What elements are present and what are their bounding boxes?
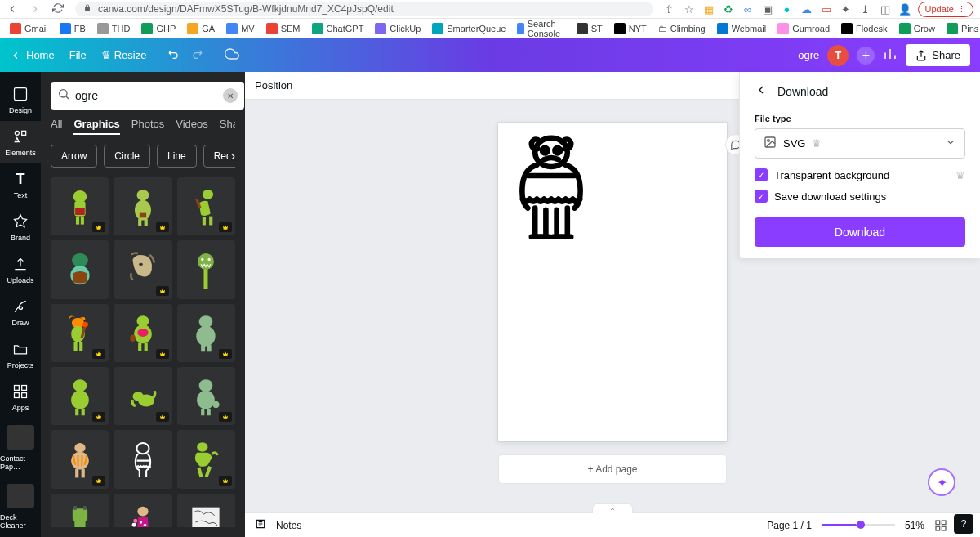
- ext7-icon[interactable]: ▭: [820, 2, 833, 16]
- add-collaborator-button[interactable]: +: [857, 47, 875, 65]
- download-icon[interactable]: ⤓: [859, 2, 872, 16]
- result-item[interactable]: [177, 304, 235, 362]
- bookmark-item[interactable]: SmarterQueue: [432, 23, 506, 34]
- bookmark-item[interactable]: MV: [226, 23, 255, 34]
- bookmark-item[interactable]: Search Console: [517, 19, 564, 38]
- home-button[interactable]: Home: [10, 49, 55, 61]
- bookmark-item[interactable]: ClickUp: [375, 23, 421, 34]
- tab-shapes[interactable]: Shapes: [220, 118, 235, 135]
- result-item[interactable]: [177, 240, 235, 298]
- result-item[interactable]: [177, 367, 235, 425]
- update-button[interactable]: Update⋮: [918, 2, 973, 17]
- analytics-icon[interactable]: [883, 47, 898, 64]
- result-item[interactable]: [51, 304, 109, 362]
- extensions-icon[interactable]: ✦: [840, 2, 853, 16]
- rail-uploads[interactable]: Uploads: [0, 248, 41, 291]
- ext3-icon[interactable]: ∞: [742, 2, 755, 16]
- result-item[interactable]: [51, 177, 109, 235]
- back-icon[interactable]: [7, 2, 20, 16]
- result-item[interactable]: [177, 177, 235, 235]
- bookmark-item[interactable]: ST: [577, 23, 603, 34]
- save-settings-checkbox[interactable]: ✓ Save download settings: [755, 190, 965, 203]
- ext5-icon[interactable]: ●: [781, 2, 794, 16]
- tab-photos[interactable]: Photos: [131, 118, 164, 135]
- bookmark-item[interactable]: Flodesk: [841, 23, 888, 34]
- bookmark-item[interactable]: THD: [97, 23, 131, 34]
- result-item[interactable]: [114, 177, 172, 235]
- url-bar[interactable]: canva.com/design/DAFmwX5STug/B-WfkjdnuMn…: [75, 2, 653, 16]
- search-box[interactable]: ✕: [51, 82, 244, 110]
- rail-elements[interactable]: Elements: [0, 121, 41, 163]
- result-item[interactable]: [51, 430, 109, 488]
- canvas-page[interactable]: [498, 123, 727, 441]
- result-item[interactable]: [114, 304, 172, 362]
- file-menu[interactable]: File: [69, 49, 87, 61]
- bookmark-item[interactable]: Gumroad: [777, 23, 830, 34]
- result-item[interactable]: [114, 367, 172, 425]
- canvas-element-ogre[interactable]: [506, 131, 596, 248]
- bookmark-item[interactable]: NYT: [614, 23, 647, 34]
- forward-icon[interactable]: [29, 2, 42, 16]
- help-button[interactable]: ?: [954, 514, 973, 534]
- profile-icon[interactable]: 👤: [898, 2, 911, 16]
- collapse-tab[interactable]: [592, 503, 633, 513]
- avatar[interactable]: T: [827, 45, 849, 66]
- download-button[interactable]: Download: [755, 217, 965, 247]
- magic-button[interactable]: ✦: [928, 468, 956, 496]
- transparent-bg-checkbox[interactable]: ✓ Transparent background ♛: [755, 168, 965, 181]
- result-item[interactable]: [51, 494, 109, 527]
- rail-projects[interactable]: Projects: [0, 333, 41, 376]
- position-button[interactable]: Position: [255, 79, 292, 92]
- add-page-button[interactable]: + Add page: [498, 454, 727, 484]
- result-item[interactable]: [114, 494, 172, 527]
- bookmark-item[interactable]: ChatGPT: [312, 23, 364, 34]
- chip-line[interactable]: Line: [157, 145, 197, 168]
- grid-view-icon[interactable]: [934, 519, 947, 532]
- notes-button[interactable]: Notes: [276, 520, 301, 531]
- resize-button[interactable]: ♛Resize: [101, 49, 147, 61]
- ext4-icon[interactable]: ▣: [761, 2, 774, 16]
- bookmark-item[interactable]: Pins: [947, 23, 978, 34]
- rail-apps[interactable]: Apps: [0, 376, 41, 418]
- bookmark-item[interactable]: GA: [187, 23, 215, 34]
- bookmark-item[interactable]: Gmail: [10, 23, 48, 34]
- result-item[interactable]: [177, 430, 235, 488]
- share-icon[interactable]: ⇧: [663, 2, 676, 16]
- ext6-icon[interactable]: ☁: [800, 2, 813, 16]
- rail-design[interactable]: Design: [0, 78, 41, 121]
- chip-circle[interactable]: Circle: [104, 145, 150, 168]
- star-icon[interactable]: ☆: [683, 2, 696, 16]
- rail-recent-1[interactable]: Contact Pap…: [0, 418, 41, 477]
- undo-icon[interactable]: [167, 47, 180, 63]
- tab-all[interactable]: All: [51, 118, 62, 135]
- rail-text[interactable]: TText: [0, 163, 41, 206]
- document-title[interactable]: ogre: [798, 49, 819, 61]
- bookmark-item[interactable]: Grow: [899, 23, 935, 34]
- file-type-select[interactable]: SVG ♛: [755, 128, 965, 159]
- bookmark-item[interactable]: SEM: [266, 23, 301, 34]
- ext2-icon[interactable]: ♻: [722, 2, 735, 16]
- tab-graphics[interactable]: Graphics: [74, 118, 119, 135]
- rail-draw[interactable]: Draw: [0, 291, 41, 333]
- bookmark-item[interactable]: FB: [60, 23, 86, 34]
- chips-next-icon[interactable]: ›: [228, 149, 235, 163]
- result-item[interactable]: [51, 240, 109, 298]
- rail-recent-2[interactable]: Deck Cleaner: [0, 477, 41, 536]
- result-item[interactable]: [51, 367, 109, 425]
- bookmark-item[interactable]: GHP: [141, 23, 176, 34]
- ext1-icon[interactable]: ▦: [702, 2, 715, 16]
- bookmark-folder[interactable]: 🗀Climbing: [658, 24, 706, 34]
- clear-search-button[interactable]: ✕: [223, 88, 238, 103]
- result-item[interactable]: [114, 240, 172, 298]
- reload-icon[interactable]: [52, 2, 65, 16]
- notes-icon[interactable]: [255, 518, 266, 532]
- bookmark-item[interactable]: Webmail: [717, 23, 767, 34]
- search-input[interactable]: [75, 89, 218, 102]
- share-button[interactable]: Share: [906, 44, 970, 66]
- tab-videos[interactable]: Videos: [176, 118, 208, 135]
- result-item[interactable]: [114, 430, 172, 488]
- back-icon[interactable]: [755, 83, 768, 99]
- rail-brand[interactable]: Brand: [0, 206, 41, 248]
- zoom-value[interactable]: 51%: [905, 520, 924, 531]
- chip-arrow[interactable]: Arrow: [51, 145, 97, 168]
